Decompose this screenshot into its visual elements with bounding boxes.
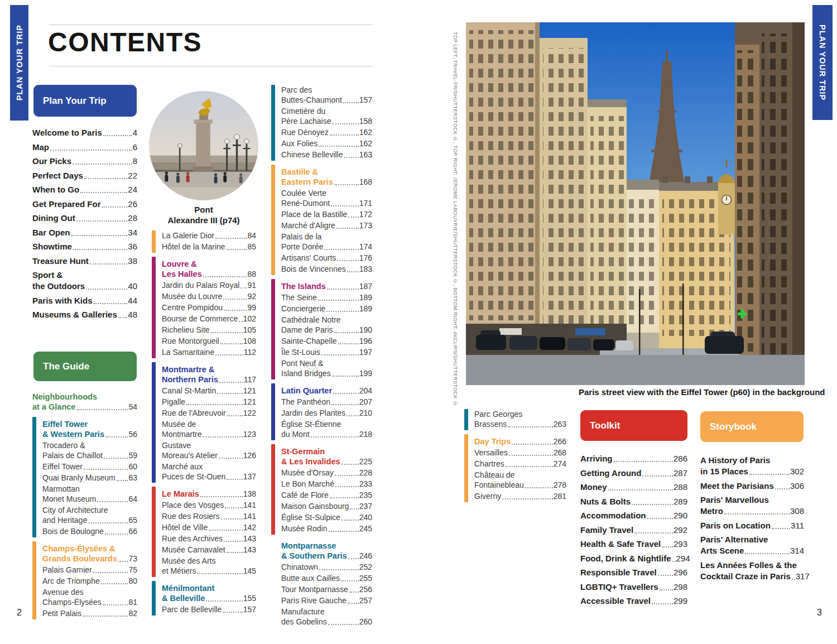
pont-alexandre-photo <box>149 91 258 200</box>
page-ref: 80 <box>128 576 137 586</box>
storybook-list: A History of Paris in 15 Places 302 Meet… <box>700 455 804 585</box>
toc-entry-label: & Les Invalides <box>281 456 340 467</box>
toc-entry: Bastille & Eastern Paris 168 <box>281 167 372 187</box>
toc-entry-label: Island Bridges <box>281 368 331 378</box>
toc-entry: Coulée Verte René-Dumont 171 <box>281 188 372 208</box>
toc-entry-label: & Belleville <box>162 593 205 603</box>
toc-entry: Église St-Étienne du Mont 218 <box>281 419 372 439</box>
page-ref: 143 <box>243 545 256 555</box>
leader-dots <box>227 415 243 416</box>
toc-entry: Artisans' Courts 176 <box>281 253 372 263</box>
leader-dots <box>203 436 243 438</box>
toc-entry: When to Go 24 <box>32 184 137 195</box>
toc-entry-pre: Château de <box>474 470 566 480</box>
toc-entry-label: at a Glance <box>32 402 75 412</box>
leader-dots <box>792 579 795 580</box>
toc-entry: Richelieu Site 105 <box>162 325 256 335</box>
section-color-bar <box>271 279 275 379</box>
toc-column-3: Parc des Buttes-Chaumont 157 Cimetière d… <box>271 85 372 632</box>
pont-alexandre-illustration <box>149 91 258 200</box>
page-ref: 6 <box>133 142 137 153</box>
toc-entry-label: Buttes-Chaumont <box>281 95 342 105</box>
page-ref: 196 <box>359 336 372 346</box>
leader-dots <box>219 382 243 383</box>
plan-your-trip-tab-right: PLAN YOUR TRIP <box>812 5 833 120</box>
page-ref: 189 <box>359 292 372 302</box>
toc-entry: Pigalle 121 <box>162 397 256 407</box>
leader-dots <box>104 458 128 459</box>
toc-entry: Chinatown 252 <box>281 562 372 572</box>
toc-entry-label: Latin Quarter <box>281 386 332 396</box>
section-color-bar <box>464 409 468 430</box>
page-ref: 138 <box>243 489 256 499</box>
toc-entry-label: Day Trips <box>474 436 511 446</box>
leader-dots <box>197 573 242 574</box>
leader-dots <box>215 238 247 239</box>
page-ref: 187 <box>359 281 372 291</box>
toc-entry: Tour Montparnasse 256 <box>281 584 372 594</box>
page-ref: 308 <box>790 506 804 517</box>
toc-entry: Sainte-Chapelle 196 <box>281 336 372 346</box>
leader-dots <box>84 469 128 470</box>
page-ref: 60 <box>128 462 137 472</box>
toc-entry: Money 288 <box>580 482 687 493</box>
toc-entry: Gustave Moreau's Atelier 126 <box>162 440 256 460</box>
page-ref: 123 <box>243 429 256 439</box>
page-ref: 197 <box>359 347 372 357</box>
toc-entry-pre: Montparnasse <box>281 541 372 551</box>
leader-dots <box>321 354 359 355</box>
toc-entry-pre: Eiffel Tower <box>42 419 137 429</box>
leader-dots <box>219 458 243 459</box>
toc-entry-label: Arc de Triomphe <box>42 576 100 586</box>
page-ref: 302 <box>790 466 804 477</box>
toc-entry-label: Les Halles <box>162 269 202 279</box>
page-ref: 162 <box>359 138 372 148</box>
toc-entry: Parc Georges Brassens 263 <box>474 409 566 429</box>
toc-entry: Paris with Kids 44 <box>32 295 137 306</box>
page-ref: 36 <box>128 241 137 252</box>
toc-entry: Musée de Montmartre 123 <box>162 419 256 439</box>
page-ref: 266 <box>554 436 566 446</box>
page-ref: 173 <box>359 220 372 230</box>
toc-entry-label: Quai Branly Museum <box>42 473 116 483</box>
toc-entry-pre: Manufacture <box>281 607 372 617</box>
toc-entry: Paris' Alternative Arts Scene 314 <box>700 534 804 556</box>
circle-photo-caption: Pont Alexandre III (p74) <box>142 204 265 225</box>
toc-entry: Champs-Élysées & Grands Boulevards 73 <box>42 544 137 564</box>
page-ref: 317 <box>796 571 810 582</box>
toc-entry: Family Travel 292 <box>580 525 687 536</box>
toc-entry: Rue des Archives 143 <box>162 534 256 544</box>
toc-entry: The Panthéon 207 <box>281 397 372 407</box>
leader-dots <box>341 464 359 465</box>
page-ref: 155 <box>243 593 256 603</box>
section-color-bar <box>271 85 275 161</box>
toc-entry: Paris' Marvellous Metro 308 <box>700 494 804 517</box>
leader-dots <box>319 146 358 147</box>
toc-entry-label: Jardin du Palais Royal <box>162 280 239 290</box>
toc-entry-pre: St-Germain <box>281 446 372 456</box>
toc-entry-label: Musée du Louvre <box>162 291 222 301</box>
page-ref: 233 <box>359 479 372 489</box>
toc-entry: Centre Pompidou 99 <box>162 302 256 313</box>
toc-entry: St-Germain & Les Invalides 225 <box>281 446 372 467</box>
leader-dots <box>336 228 359 229</box>
section-color-bar <box>152 487 156 577</box>
leader-dots <box>350 508 358 510</box>
toc-entry: La Samaritaine 112 <box>162 347 256 357</box>
toc-entry-label: When to Go <box>32 184 79 195</box>
toc-entry-label: Paris on Location <box>700 520 771 531</box>
toc-entry: Jardin des Plantes 210 <box>281 408 372 418</box>
toc-entry: Bois de Vincennes 183 <box>281 264 372 274</box>
leader-dots <box>349 592 359 593</box>
toolkit-badge: Toolkit <box>580 410 687 441</box>
page-ref: 63 <box>128 473 137 483</box>
toc-entry-label: Food, Drink & Nightlife <box>580 553 671 564</box>
toc-entry-pre: Pont Neuf & <box>281 358 372 368</box>
section-color-bar <box>152 230 156 253</box>
page-ref: 65 <box>128 515 137 525</box>
leader-dots <box>512 444 552 445</box>
toc-entry: Paris Rive Gauche 257 <box>281 595 372 605</box>
circle-caption-line2: Alexandre III (p74) <box>142 215 265 225</box>
toc-entry: Bar Open 34 <box>32 227 137 238</box>
page-ref: 158 <box>359 116 372 126</box>
